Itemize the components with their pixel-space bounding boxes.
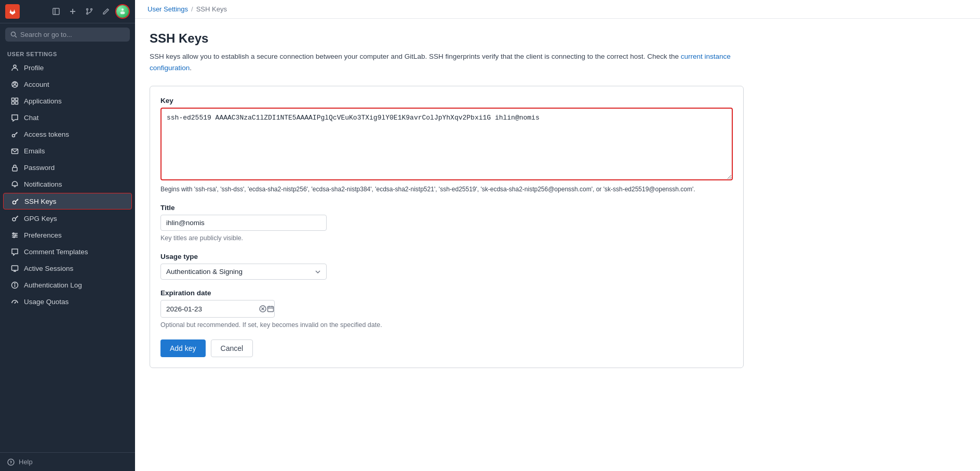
svg-point-35: [14, 303, 15, 304]
sidebar-top-bar: [0, 0, 135, 23]
sidebar-bottom: Help: [0, 452, 135, 471]
search-placeholder: Search or go to...: [20, 31, 72, 38]
calendar-button[interactable]: [267, 300, 275, 317]
key-textarea[interactable]: [160, 108, 733, 180]
title-input[interactable]: [160, 215, 327, 231]
key-label: Key: [160, 97, 733, 104]
sidebar-item-usage-quotas[interactable]: Usage Quotas: [3, 294, 132, 309]
svg-point-26: [12, 232, 14, 233]
sidebar-item-active-sessions[interactable]: Active Sessions: [3, 260, 132, 276]
svg-rect-14: [11, 98, 14, 100]
bell-icon: [10, 180, 19, 188]
sidebar-item-emails[interactable]: Emails: [3, 143, 132, 159]
cancel-button[interactable]: Cancel: [211, 339, 253, 357]
sidebar-item-access-tokens[interactable]: Access tokens: [3, 126, 132, 142]
help-label: Help: [19, 458, 33, 466]
top-icons: [49, 4, 130, 19]
token-icon: [10, 130, 19, 138]
calendar-icon: [267, 305, 274, 312]
svg-rect-41: [267, 307, 273, 312]
page-title: SSH Keys: [150, 31, 744, 46]
svg-point-9: [11, 32, 16, 36]
new-item-button[interactable]: [65, 4, 80, 19]
svg-point-27: [15, 234, 16, 236]
key-hint-text: Begins with 'ssh-rsa', 'ssh-dss', 'ecdsa…: [160, 185, 733, 194]
main-content: User Settings / SSH Keys SSH Keys SSH ke…: [135, 0, 980, 471]
svg-point-7: [122, 8, 124, 10]
usage-type-label: Usage type: [160, 253, 733, 260]
sidebar-item-label: SSH Keys: [24, 198, 57, 205]
expiration-date-input[interactable]: [161, 302, 259, 317]
expiration-date-group: Expiration date: [160, 289, 733, 330]
close-circle-icon: [259, 305, 266, 312]
sidebar-item-comment-templates[interactable]: Comment Templates: [3, 244, 132, 259]
sidebar-item-profile[interactable]: Profile: [3, 60, 132, 75]
grid-icon: [10, 97, 19, 105]
gauge-icon: [10, 297, 19, 306]
search-icon: [10, 31, 17, 38]
sidebar-item-account[interactable]: Account: [3, 76, 132, 92]
sidebar-item-label: Comment Templates: [24, 248, 88, 256]
usage-type-select[interactable]: Authentication & Signing: [160, 264, 327, 280]
expiration-label: Expiration date: [160, 289, 733, 297]
breadcrumb-separator: /: [191, 5, 193, 13]
title-field-group: Title Key titles are publicly visible.: [160, 204, 733, 243]
title-hint: Key titles are publicly visible.: [160, 233, 733, 243]
sidebar-item-notifications[interactable]: Notifications: [3, 176, 132, 192]
sidebar-item-label: Usage Quotas: [24, 298, 69, 306]
title-label: Title: [160, 204, 733, 212]
svg-rect-17: [15, 101, 18, 104]
clear-expiration-button[interactable]: [259, 300, 267, 317]
sliders-icon: [10, 231, 19, 239]
svg-rect-29: [11, 266, 18, 270]
avatar-image: [116, 5, 129, 18]
add-key-button[interactable]: Add key: [160, 339, 206, 357]
sidebar-item-gpg-keys[interactable]: GPG Keys: [3, 211, 132, 226]
sidebar-item-label: Access tokens: [24, 130, 69, 138]
key2-icon: [10, 214, 19, 223]
ssh-key-form: Key Begins with 'ssh-rsa', 'ssh-dss', 'e…: [150, 86, 744, 368]
svg-point-34: [15, 283, 15, 284]
lock-icon: [10, 163, 19, 172]
sidebar-item-label: Account: [24, 81, 49, 88]
person-icon: [10, 63, 19, 72]
gitlab-logo[interactable]: [5, 4, 20, 19]
sidebar-item-authentication-log[interactable]: Authentication Log: [3, 277, 132, 293]
sidebar-item-label: Active Sessions: [24, 265, 73, 272]
user-avatar[interactable]: [115, 4, 130, 19]
sidebar-item-password[interactable]: Password: [3, 160, 132, 175]
svg-rect-20: [12, 167, 17, 171]
help-icon: [7, 459, 15, 466]
help-item[interactable]: Help: [7, 458, 128, 466]
usage-type-group: Usage type Authentication & Signing: [160, 253, 733, 280]
sidebar-item-label: GPG Keys: [24, 215, 57, 223]
sidebar-item-preferences[interactable]: Preferences: [3, 227, 132, 243]
svg-point-5: [91, 9, 92, 10]
merge-requests-icon[interactable]: [82, 4, 97, 19]
sidebar-item-label: Chat: [24, 114, 39, 122]
svg-point-13: [14, 82, 16, 84]
sidebar-item-chat[interactable]: Chat: [3, 110, 132, 125]
sidebar-item-label: Password: [24, 164, 55, 172]
search-bar[interactable]: Search or go to...: [5, 28, 130, 42]
sidebar-toggle-button[interactable]: [49, 4, 63, 19]
svg-line-10: [15, 36, 17, 37]
monitor-icon: [10, 264, 19, 272]
edit-icon[interactable]: [99, 4, 113, 19]
description-text-2: .: [190, 64, 192, 72]
key-field-group: Key Begins with 'ssh-rsa', 'ssh-dss', 'e…: [160, 97, 733, 194]
description-text-1: SSH keys allow you to establish a secure…: [150, 53, 681, 60]
sidebar: Search or go to... User settings Profile…: [0, 0, 135, 471]
breadcrumb-parent-link[interactable]: User Settings: [147, 5, 188, 13]
user-settings-label: User settings: [0, 46, 135, 59]
page-description: SSH keys allow you to establish a secure…: [150, 51, 744, 73]
sidebar-item-label: Notifications: [24, 180, 62, 188]
comment-icon: [10, 247, 19, 256]
svg-point-28: [13, 236, 14, 237]
sidebar-item-applications[interactable]: Applications: [3, 93, 132, 109]
usage-type-value: Authentication & Signing: [166, 268, 243, 276]
account-icon: [10, 80, 19, 88]
sidebar-item-ssh-keys[interactable]: SSH Keys: [3, 193, 132, 210]
expiration-wrapper: [160, 300, 275, 318]
sidebar-item-label: Emails: [24, 147, 45, 155]
